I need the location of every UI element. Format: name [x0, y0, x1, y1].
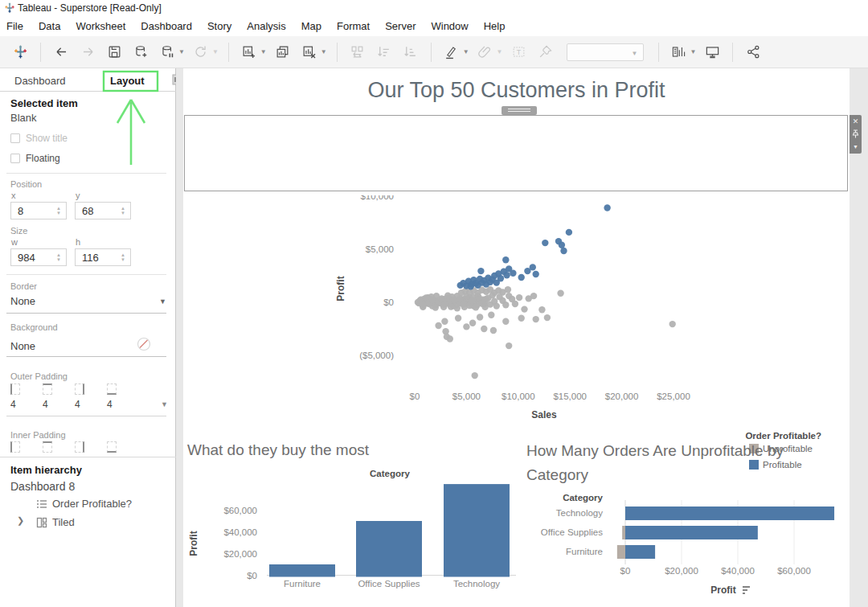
chevron-down-icon[interactable]: ▼ — [690, 48, 697, 55]
scatter-point-other-customers[interactable] — [432, 304, 439, 310]
chevron-down-icon[interactable]: ▼ — [212, 48, 219, 55]
padding-value[interactable]: 4 — [75, 399, 80, 410]
padding-left-icon[interactable] — [10, 441, 20, 453]
size-h-field[interactable]: 116 ▲ ▼ — [75, 248, 131, 266]
scatter-point-other-customers[interactable] — [530, 293, 537, 299]
border-dropdown[interactable]: None — [10, 295, 35, 307]
position-x-field[interactable]: 8 ▲ ▼ — [10, 202, 67, 219]
background-dropdown[interactable]: None — [10, 340, 35, 352]
scatter-point-other-customers[interactable] — [481, 326, 487, 332]
scatter-point-other-customers[interactable] — [447, 335, 453, 342]
hbar-profitable-office-supplies[interactable] — [625, 526, 758, 539]
pause-auto-updates-button[interactable] — [157, 42, 178, 63]
scatter-point-top-50-customers[interactable] — [559, 242, 565, 248]
save-button[interactable] — [104, 42, 125, 63]
scatter-point-other-customers[interactable] — [460, 301, 466, 307]
new-worksheet-button[interactable] — [239, 42, 260, 63]
scatter-point-other-customers[interactable] — [441, 301, 448, 307]
undo-button[interactable] — [51, 42, 72, 63]
scatter-point-other-customers[interactable] — [538, 306, 545, 313]
hbar-unprofitable-furniture[interactable] — [617, 545, 625, 559]
scatter-point-other-customers[interactable] — [472, 372, 478, 379]
scatter-point-other-customers[interactable] — [669, 321, 676, 327]
remove-zone-icon[interactable]: ✕ — [853, 117, 859, 125]
scatter-point-other-customers[interactable] — [455, 315, 461, 322]
padding-left-icon[interactable] — [10, 383, 20, 395]
sort-applied-icon[interactable] — [743, 587, 750, 593]
position-y-field[interactable]: 68 ▲ ▼ — [75, 202, 131, 219]
legend-swatch-profitable[interactable] — [749, 460, 759, 470]
padding-right-icon[interactable] — [75, 383, 84, 395]
scatter-point-other-customers[interactable] — [489, 292, 495, 298]
presentation-mode-button[interactable] — [702, 42, 723, 63]
padding-value[interactable]: 4 — [107, 399, 113, 410]
scatter-point-other-customers[interactable] — [502, 301, 509, 308]
tab-dashboard[interactable]: Dashboard — [14, 75, 66, 87]
chevron-down-icon[interactable]: ▼ — [161, 400, 168, 408]
scatter-point-other-customers[interactable] — [429, 296, 436, 302]
chevron-down-icon[interactable]: ▼ — [497, 48, 503, 55]
scatter-point-top-50-customers[interactable] — [533, 271, 539, 277]
tab-layout[interactable]: Layout — [110, 75, 145, 87]
menu-dashboard[interactable]: Dashboard — [141, 20, 192, 32]
scatter-point-other-customers[interactable] — [544, 314, 551, 321]
spin-down-icon[interactable]: ▼ — [54, 257, 63, 263]
padding-value[interactable]: 4 — [10, 399, 16, 410]
scatter-point-other-customers[interactable] — [533, 316, 539, 322]
expand-chevron-icon[interactable]: ❯ — [17, 515, 24, 526]
scatter-point-top-50-customers[interactable] — [497, 275, 504, 281]
scatter-point-other-customers[interactable] — [444, 292, 451, 298]
no-color-icon[interactable] — [137, 337, 151, 351]
scatter-point-other-customers[interactable] — [448, 303, 454, 310]
menu-map[interactable]: Map — [301, 20, 321, 32]
scatter-point-top-50-customers[interactable] — [604, 204, 610, 211]
scatter-point-other-customers[interactable] — [506, 342, 512, 349]
scatter-point-other-customers[interactable] — [477, 314, 483, 320]
scatter-point-other-customers[interactable] — [441, 318, 448, 325]
spin-down-icon[interactable]: ▼ — [118, 211, 128, 216]
hbar-unprofitable-office-supplies[interactable] — [622, 526, 625, 539]
clear-sheet-button[interactable] — [299, 42, 320, 63]
scatter-point-other-customers[interactable] — [454, 305, 461, 311]
chevron-down-icon[interactable]: ▼ — [178, 48, 185, 55]
padding-top-icon[interactable] — [43, 383, 52, 395]
item-hierarchy-root[interactable]: Dashboard 8 — [10, 480, 75, 493]
scatter-point-other-customers[interactable] — [469, 320, 476, 326]
chevron-down-icon[interactable]: ▼ — [159, 297, 166, 306]
highlight-button[interactable] — [441, 42, 462, 63]
pin-zone-icon[interactable] — [852, 129, 859, 138]
menu-story[interactable]: Story — [207, 20, 231, 32]
scatter-point-other-customers[interactable] — [463, 323, 469, 330]
scatter-point-other-customers[interactable] — [435, 322, 441, 329]
scatter-point-top-50-customers[interactable] — [518, 274, 525, 281]
new-data-source-button[interactable] — [130, 42, 151, 63]
menu-format[interactable]: Format — [337, 20, 370, 32]
chevron-down-icon[interactable]: ▼ — [463, 48, 469, 55]
hbar-profitable-technology[interactable] — [625, 507, 834, 520]
padding-bottom-icon[interactable] — [107, 441, 117, 453]
scatter-point-other-customers[interactable] — [451, 296, 457, 302]
zone-drag-handle[interactable] — [502, 106, 537, 115]
hbar-profitable-furniture[interactable] — [625, 545, 655, 559]
scatter-point-other-customers[interactable] — [505, 286, 511, 293]
show-hide-cards-button[interactable] — [669, 42, 690, 63]
spin-down-icon[interactable]: ▼ — [54, 211, 63, 216]
size-w-field[interactable]: 984 ▲ ▼ — [10, 248, 67, 266]
scatter-point-other-customers[interactable] — [516, 294, 522, 301]
scatter-point-other-customers[interactable] — [493, 302, 500, 309]
scatter-point-top-50-customers[interactable] — [530, 264, 536, 270]
scatter-point-other-customers[interactable] — [521, 306, 527, 312]
blank-zone-selected[interactable] — [184, 115, 848, 191]
scatter-point-other-customers[interactable] — [490, 327, 497, 334]
menu-window[interactable]: Window — [431, 20, 468, 32]
padding-bottom-icon[interactable] — [107, 383, 117, 395]
menu-analysis[interactable]: Analysis — [247, 20, 285, 32]
legend-label[interactable]: Profitable — [763, 460, 802, 470]
padding-value[interactable]: 4 — [43, 399, 48, 410]
bar-office-supplies[interactable] — [356, 521, 422, 577]
scatter-point-top-50-customers[interactable] — [477, 268, 484, 274]
bar-furniture[interactable] — [269, 564, 335, 577]
floating-checkbox[interactable] — [10, 154, 20, 163]
scatter-point-other-customers[interactable] — [502, 318, 509, 325]
scatter-point-other-customers[interactable] — [473, 304, 479, 310]
